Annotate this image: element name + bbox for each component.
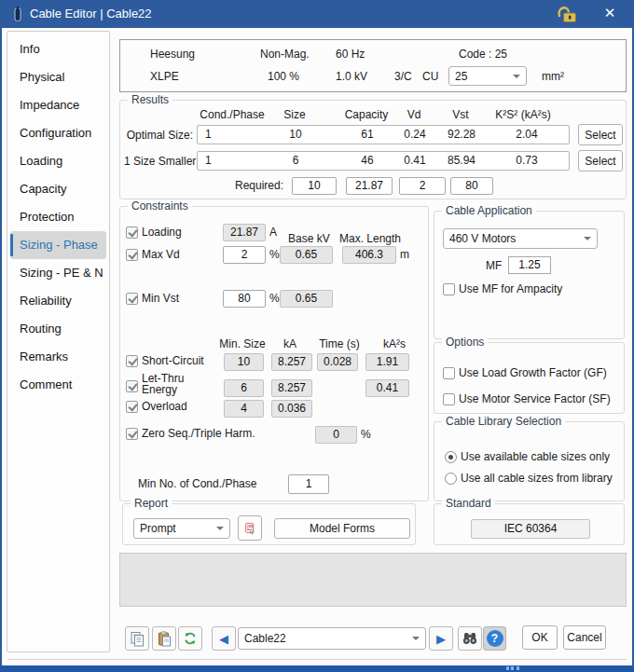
help-button[interactable]: ? [483, 626, 506, 651]
min-cond-label: Min No. of Cond./Phase [138, 477, 256, 490]
cancel-button[interactable]: Cancel [563, 625, 606, 650]
manufacturer-label: Heesung [150, 48, 195, 61]
use-mf-label: Use MF for Ampacity [459, 282, 562, 295]
report-group: Report Prompt Model Forms [122, 503, 416, 545]
all-sizes-label: Use all cable sizes from library [461, 472, 613, 485]
report-mode-value: Prompt [140, 522, 176, 535]
col-header-size: Size [283, 108, 305, 121]
copy-button[interactable] [125, 626, 149, 651]
cable-size-dropdown[interactable]: 25 [448, 66, 527, 86]
sidebar-item-routing[interactable]: Routing [7, 315, 109, 343]
use-mf-checkbox[interactable] [443, 283, 455, 295]
cable-icon [12, 6, 23, 22]
code-label: Code : 25 [459, 48, 507, 61]
lt-min-size-field: 6 [224, 379, 264, 397]
cable-library-group: Cable Library Selection Use available ca… [434, 421, 625, 501]
smaller-capacity: 46 [361, 154, 373, 167]
refresh-button[interactable] [178, 626, 202, 651]
per-phase-label: 3/C [394, 70, 412, 83]
loading-checkbox[interactable] [126, 226, 138, 239]
loading-value-field: 21.87 [223, 224, 266, 241]
available-sizes-radio[interactable] [445, 451, 457, 463]
sidebar-item-loading[interactable]: Loading [7, 147, 109, 175]
overload-checkbox[interactable] [126, 401, 138, 413]
next-arrow-icon: ▶ [436, 633, 446, 645]
cable-application-group-label: Cable Application [442, 204, 536, 217]
col-header-k2s2: K²S² (kA²s) [495, 108, 550, 121]
ol-min-size-field: 4 [224, 400, 264, 418]
sidebar-item-remarks[interactable]: Remarks [7, 343, 109, 371]
min-cond-input[interactable]: 1 [288, 474, 329, 494]
window-border-left [0, 28, 2, 666]
col-header-time: Time (s) [319, 337, 360, 350]
print-report-button[interactable] [238, 515, 262, 541]
required-size-field: 10 [292, 177, 337, 195]
short-circuit-checkbox[interactable] [126, 355, 138, 367]
lt-ka-field: 8.257 [271, 379, 312, 397]
constraints-group: Constraints Loading 21.87 A Base kV Max.… [119, 206, 429, 501]
window-title: Cable Editor | Cable22 [30, 7, 152, 21]
sidebar-item-configuration[interactable]: Configuration [7, 119, 109, 147]
next-device-button[interactable]: ▶ [429, 626, 453, 651]
smaller-cond: 1 [205, 154, 212, 167]
sidebar-item-physical[interactable]: Physical [7, 63, 109, 91]
min-vst-unit: % [269, 292, 280, 305]
conductor-label: CU [422, 70, 438, 83]
model-forms-button[interactable]: Model Forms [274, 518, 410, 539]
col-header-vd: Vd [407, 108, 421, 121]
sidebar-item-impedance[interactable]: Impedance [7, 91, 109, 119]
prev-device-button[interactable]: ◀ [212, 626, 236, 651]
copy-icon [130, 631, 145, 647]
report-mode-dropdown[interactable]: Prompt [133, 518, 230, 539]
select-smaller-button[interactable]: Select [578, 150, 623, 171]
min-vst-checkbox[interactable] [126, 293, 138, 305]
sidebar-item-reliability[interactable]: Reliability [7, 287, 109, 315]
required-amp-field: 21.87 [346, 177, 393, 195]
optimal-cond: 1 [205, 128, 212, 141]
load-growth-checkbox[interactable] [443, 367, 455, 379]
chevron-down-icon [216, 527, 224, 530]
sidebar-item-info[interactable]: Info [7, 35, 109, 63]
all-sizes-radio[interactable] [445, 473, 457, 485]
device-navigator-dropdown[interactable]: Cable22 [238, 627, 426, 650]
background-artifact [506, 666, 509, 670]
cable-application-group: Cable Application 460 V Motors MF 1.25 U… [434, 211, 625, 339]
sidebar-item-protection[interactable]: Protection [7, 203, 109, 231]
binoculars-icon [462, 632, 477, 645]
background-artifact [517, 666, 519, 670]
constraints-group-label: Constraints [128, 199, 192, 213]
titlebar: Cable Editor | Cable22 ✕ [0, 0, 634, 28]
smaller-size: 6 [293, 154, 299, 167]
min-vst-input[interactable]: 80 [223, 290, 266, 308]
base-kv-header: Base kV [288, 232, 330, 245]
close-icon[interactable]: ✕ [599, 5, 621, 21]
smaller-vd: 0.41 [404, 154, 425, 167]
sidebar-item-comment[interactable]: Comment [7, 371, 109, 399]
max-vd-label: Max Vd [142, 248, 180, 261]
unlocked-padlock-icon[interactable] [556, 5, 578, 23]
application-dropdown[interactable]: 460 V Motors [443, 228, 598, 249]
zero-seq-label: Zero Seq./Triple Harm. [142, 427, 255, 440]
max-vd-input[interactable]: 2 [223, 246, 266, 264]
mf-input[interactable]: 1.25 [508, 256, 551, 274]
let-thru-checkbox[interactable] [126, 380, 138, 392]
sidebar-item-capacity[interactable]: Capacity [7, 175, 109, 203]
motor-service-label: Use Motor Service Factor (SF) [459, 392, 611, 405]
find-button[interactable] [458, 626, 482, 651]
zero-seq-checkbox[interactable] [126, 428, 138, 440]
sc-time-field: 0.028 [317, 353, 358, 371]
select-optimal-button[interactable]: Select [578, 124, 623, 145]
sc-ka2s-field: 1.91 [365, 353, 409, 371]
sidebar-item-sizing-pe-n[interactable]: Sizing - PE & N [7, 259, 109, 287]
motor-service-checkbox[interactable] [443, 393, 455, 405]
paste-button[interactable] [152, 626, 176, 651]
standard-group-label: Standard [442, 497, 495, 510]
optimal-size: 10 [289, 128, 301, 141]
overload-label: Overload [142, 400, 187, 413]
cable-editor-dialog: Cable Editor | Cable22 ✕ Info Physical I… [0, 0, 634, 672]
max-vd-checkbox[interactable] [126, 249, 138, 261]
sidebar-item-sizing-phase[interactable]: Sizing - Phase [10, 231, 106, 259]
ok-button[interactable]: OK [522, 625, 558, 650]
paste-icon [157, 631, 172, 647]
bottom-divider [7, 659, 627, 660]
